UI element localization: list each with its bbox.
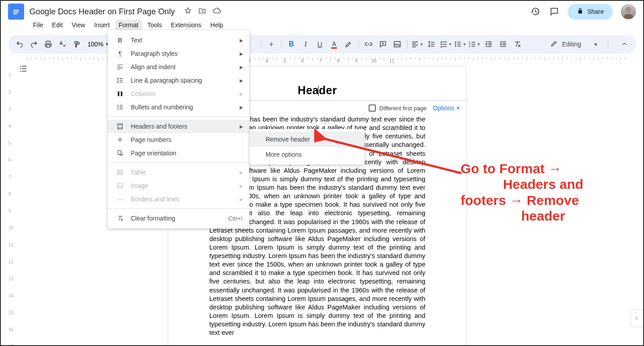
chevron-down-icon: ▼ (456, 106, 460, 110)
font-size-plus-button[interactable] (265, 38, 278, 50)
move-icon[interactable] (198, 7, 206, 17)
options-label: Options (433, 104, 454, 112)
menu-item-page-orientation[interactable]: Page orientation (108, 146, 249, 160)
increase-indent-button[interactable] (497, 38, 509, 50)
header-text[interactable]: Header (298, 84, 337, 96)
menu-item-table: Table▶ (108, 166, 249, 179)
side-panel-toggle[interactable] (631, 309, 642, 327)
svg-point-11 (117, 105, 119, 106)
separator (108, 117, 249, 117)
line-spacing-button[interactable] (425, 38, 438, 50)
document-title[interactable]: Google Docs Header on First Page Only (29, 7, 175, 17)
svg-text:3: 3 (469, 45, 470, 48)
menu-item-clear-formatting[interactable]: Clear formattingCtrl+\ (108, 212, 249, 225)
history-icon[interactable] (530, 6, 541, 17)
undo-button[interactable] (13, 38, 26, 50)
headers-footers-submenu: Remove header More options (249, 129, 365, 165)
avatar[interactable] (621, 4, 636, 19)
document-outline-button[interactable] (16, 62, 30, 76)
svg-rect-14 (118, 124, 123, 129)
menu-item-image: Image▶ (108, 179, 249, 192)
paint-format-button[interactable] (71, 38, 83, 50)
format-dropdown: BText▶ ¶Paragraph styles▶ Align and inde… (108, 30, 249, 229)
menu-item-headers-footers[interactable]: Headers and footers▶ (108, 120, 249, 133)
vertical-ruler[interactable]: 1234567891011121314151617 (7, 66, 15, 345)
editing-label: Editing (562, 41, 581, 48)
svg-rect-2 (13, 13, 17, 14)
insert-link-button[interactable] (362, 38, 375, 50)
menu-format[interactable]: Format (115, 20, 142, 30)
menu-edit[interactable]: Edit (49, 20, 66, 30)
separator (608, 40, 608, 49)
decrease-indent-button[interactable] (482, 38, 495, 50)
shortcut-label: Ctrl+\ (229, 215, 242, 222)
menu-item-text[interactable]: BText▶ (108, 33, 249, 47)
italic-button[interactable]: I (299, 38, 312, 50)
docs-logo[interactable] (8, 4, 24, 20)
menu-view[interactable]: View (68, 20, 89, 30)
underline-button[interactable]: U (314, 38, 326, 50)
menu-help[interactable]: Help (207, 20, 227, 30)
svg-rect-1 (13, 12, 19, 13)
menu-tools[interactable]: Tools (144, 20, 166, 30)
menu-item-bullets-numbering[interactable]: Bullets and numbering▶ (108, 100, 249, 114)
cloud-icon[interactable] (212, 6, 221, 17)
separator (407, 40, 407, 49)
toolbar: 100%▼ B I U A ▼ ▼ ▼ 123▼ Editing ▼ (8, 35, 636, 54)
insert-comment-button[interactable] (377, 38, 389, 50)
lock-icon (577, 8, 584, 16)
different-first-page-label: Different first page (379, 105, 427, 112)
menu-item-paragraph-styles[interactable]: ¶Paragraph styles▶ (108, 47, 249, 60)
menu-file[interactable]: File (29, 20, 47, 30)
chevron-down-icon: ▼ (594, 42, 598, 47)
insert-image-button[interactable] (391, 38, 403, 50)
highlight-button[interactable] (342, 38, 355, 50)
zoom-value: 100% (87, 41, 104, 48)
editing-mode-button[interactable]: Editing ▼ (544, 37, 604, 51)
submenu-more-options[interactable]: More options (249, 147, 365, 162)
menu-item-borders-lines: —Borders and lines▶ (108, 192, 249, 206)
separator (108, 163, 249, 163)
text-color-button[interactable]: A (328, 38, 341, 50)
separator (358, 40, 359, 49)
bold-button[interactable]: B (285, 38, 298, 50)
separator (281, 40, 282, 49)
submenu-remove-header[interactable]: Remove header (249, 132, 365, 147)
svg-rect-15 (118, 150, 121, 154)
separator (261, 40, 262, 49)
redo-button[interactable] (28, 38, 40, 50)
menu-insert[interactable]: Insert (91, 20, 113, 30)
expand-up-button[interactable] (618, 38, 631, 50)
print-button[interactable] (42, 38, 54, 50)
share-label: Share (587, 8, 604, 15)
spellcheck-button[interactable] (56, 38, 69, 50)
menu-bar: File Edit View Insert Format Tools Exten… (1, 19, 643, 31)
share-button[interactable]: Share (568, 4, 613, 20)
menu-item-line-spacing[interactable]: Line & paragraph spacing▶ (108, 74, 249, 87)
bulleted-list-button[interactable]: ▼ (454, 38, 466, 50)
checklist-button[interactable]: ▼ (440, 38, 452, 50)
separator (108, 208, 249, 209)
comments-icon[interactable] (549, 6, 560, 17)
header-options-button[interactable]: Options ▼ (433, 104, 460, 112)
menu-item-page-numbers[interactable]: #Page numbers (108, 133, 249, 146)
svg-point-12 (117, 107, 119, 108)
svg-rect-0 (13, 10, 19, 11)
svg-point-7 (455, 46, 456, 47)
svg-point-13 (117, 108, 119, 110)
svg-point-3 (626, 7, 631, 12)
svg-point-5 (455, 42, 456, 43)
align-button[interactable]: ▼ (411, 38, 424, 50)
different-first-page-checkbox[interactable]: Different first page (369, 104, 427, 112)
svg-point-6 (455, 44, 456, 45)
clear-formatting-button[interactable] (511, 38, 524, 50)
menu-item-columns: Columns▶ (108, 87, 249, 100)
svg-rect-16 (117, 170, 123, 175)
numbered-list-button[interactable]: 123▼ (468, 38, 481, 50)
menu-extensions[interactable]: Extensions (167, 20, 205, 30)
menu-item-align-indent[interactable]: Align and indent▶ (108, 60, 249, 74)
pencil-icon (550, 40, 557, 49)
star-icon[interactable] (184, 7, 192, 17)
annotation-text: Go to Format → Headers and footers → Rem… (461, 161, 626, 224)
checkbox-icon (369, 104, 376, 112)
